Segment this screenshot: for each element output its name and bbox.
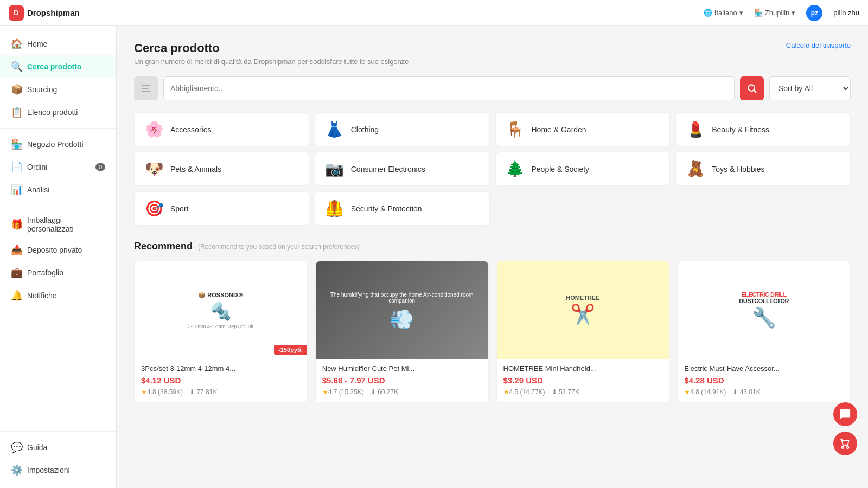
product-price-4: $4.28 USD: [684, 376, 844, 385]
pets-animals-label: Pets & Animals: [170, 165, 221, 174]
product-image-2: The humidifying that occupy the home Air…: [316, 261, 488, 359]
sidebar-item-negozio[interactable]: 🏪 Negozio Prodotti: [0, 133, 116, 156]
cart-icon: [839, 438, 851, 450]
product-image-1: 📦 ROSSONIX® 🔩 3-12mm 4-12mm Step Drill B…: [135, 261, 307, 359]
category-sport[interactable]: 🎯 Sport: [134, 191, 309, 226]
product-grid: 📦 ROSSONIX® 🔩 3-12mm 4-12mm Step Drill B…: [134, 261, 851, 403]
main-content: Cerca prodotto Un gran numero di merci d…: [117, 26, 868, 488]
globe-icon: 🌐: [704, 9, 712, 17]
sidebar-item-notifiche[interactable]: 🔔 Notifiche: [0, 284, 116, 307]
product-image-3: HOMETREE ✂️: [497, 261, 669, 359]
recommend-title: Recommend: [134, 241, 193, 252]
product-meta-1: ★4.8 (38.59K) ⬇ 77.81K: [141, 388, 301, 396]
store-chevron-icon: ▾: [792, 9, 795, 17]
search-input[interactable]: [170, 84, 727, 93]
bell-icon: 🔔: [11, 290, 22, 301]
consumer-electronics-label: Consumer Electronics: [351, 165, 425, 174]
svg-line-4: [754, 91, 756, 93]
search-row: Sort by All Sort by Price Sort by Rating: [134, 76, 851, 100]
analytics-icon: 📊: [11, 184, 22, 196]
category-home-garden[interactable]: 🪑 Home & Garden: [495, 112, 671, 146]
sidebar-item-sourcing[interactable]: 📦 Sourcing: [0, 78, 116, 101]
sidebar-item-guida[interactable]: 💬 Guida: [0, 436, 116, 459]
orders-icon: 📄: [11, 161, 22, 173]
search-icon-box: [134, 76, 158, 100]
language-label: Italiano: [714, 9, 737, 17]
product-price-1: $4.12 USD: [141, 376, 301, 385]
recommend-header: Recommend (Recommend to you based on you…: [134, 241, 851, 252]
list-icon: 📋: [11, 106, 22, 118]
people-society-label: People & Society: [532, 165, 590, 174]
svg-rect-0: [142, 85, 151, 86]
product-card-1[interactable]: 📦 ROSSONIX® 🔩 3-12mm 4-12mm Step Drill B…: [134, 261, 308, 403]
product-badge-1: -150руб.: [274, 345, 307, 355]
svg-rect-2: [142, 91, 151, 92]
toys-hobbies-label: Toys & Hobbies: [712, 165, 764, 174]
sidebar-item-portafoglio[interactable]: 💼 Portafoglio: [0, 261, 116, 284]
product-price-2: $5.68 - 7.97 USD: [322, 376, 482, 385]
topbar: D Dropshipman 🌐 Italiano ▾ 🏪 Zhupilin ▾ …: [0, 0, 868, 26]
category-security-protection[interactable]: 🦺 Security & Protection: [315, 191, 490, 226]
product-meta-4: ★4.8 (14.91K) ⬇ 43.01K: [684, 388, 844, 396]
product-rating-4: ★4.8 (14.91K): [684, 388, 726, 396]
sidebar: 🏠 Home 🔍 Cerca prodotto 📦 Sourcing 📋 Ele…: [0, 26, 117, 488]
sort-select[interactable]: Sort by All Sort by Price Sort by Rating: [769, 76, 851, 100]
username[interactable]: pilin zhu: [833, 9, 859, 17]
category-consumer-electronics[interactable]: 📷 Consumer Electronics: [315, 152, 490, 186]
store-icon: 🏪: [754, 9, 763, 17]
product-rating-2: ★4.7 (15.25K): [322, 388, 364, 396]
store-selector[interactable]: 🏪 Zhupilin ▾: [754, 9, 796, 17]
sidebar-item-label: Portafoglio: [27, 268, 63, 277]
search-button[interactable]: [740, 76, 764, 100]
beauty-fitness-icon: 💄: [686, 120, 705, 138]
avatar-initials: pz: [811, 9, 818, 17]
avatar[interactable]: pz: [806, 5, 822, 21]
product-info-4: Electric Must-Have Accessor... $4.28 USD…: [678, 359, 850, 402]
sidebar-item-deposito[interactable]: 📥 Deposito privato: [0, 239, 116, 261]
category-toys-hobbies[interactable]: 🧸 Toys & Hobbies: [675, 152, 851, 186]
page-header-left: Cerca prodotto Un gran numero di merci d…: [134, 41, 409, 66]
home-garden-label: Home & Garden: [532, 125, 586, 134]
product-card-4[interactable]: ELECTRIC DRILL DUSTCOLLECTOR 🔧 Electric …: [677, 261, 851, 403]
category-clothing[interactable]: 👗 Clothing: [315, 112, 490, 146]
sidebar-item-ordini[interactable]: 📄 Ordini 0: [0, 156, 116, 178]
sidebar-item-label: Guida: [27, 443, 47, 452]
sidebar-item-home[interactable]: 🏠 Home: [0, 33, 116, 55]
beauty-fitness-label: Beauty & Fitness: [712, 125, 769, 134]
sidebar-item-label: Ordini: [27, 163, 47, 171]
product-card-3[interactable]: HOMETREE ✂️ HOMETREE Mini Handheld... $3…: [496, 261, 670, 403]
sidebar-item-label: Sourcing: [27, 85, 57, 94]
product-downloads-1: ⬇ 77.81K: [189, 388, 217, 396]
chat-fab-button[interactable]: [833, 402, 857, 426]
security-protection-icon: 🦺: [325, 200, 344, 217]
sidebar-item-elenco[interactable]: 📋 Elenco prodotti: [0, 101, 116, 124]
search-container: [163, 76, 735, 100]
sidebar-item-cerca[interactable]: 🔍 Cerca prodotto: [0, 55, 116, 78]
category-beauty-fitness[interactable]: 💄 Beauty & Fitness: [675, 112, 851, 146]
people-society-icon: 🌲: [506, 160, 525, 178]
product-card-2[interactable]: The humidifying that occupy the home Air…: [315, 261, 489, 403]
logo[interactable]: D Dropshipman: [9, 5, 80, 21]
category-accessories[interactable]: 🌸 Accessories: [134, 112, 309, 146]
sidebar-item-analisi[interactable]: 📊 Analisi: [0, 178, 116, 201]
language-selector[interactable]: 🌐 Italiano ▾: [704, 9, 743, 17]
calcolo-link[interactable]: Calcolo del trasporto: [786, 41, 851, 49]
product-downloads-2: ⬇ 60.27K: [371, 388, 398, 396]
sidebar-item-imballaggi[interactable]: 🎁 Imballaggi personalizzati: [0, 210, 116, 239]
consumer-electronics-icon: 📷: [325, 160, 344, 178]
category-pets-animals[interactable]: 🐶 Pets & Animals: [134, 152, 309, 186]
cart-fab-button[interactable]: [833, 432, 857, 455]
product-info-1: 3Pcs/set 3-12mm 4-12mm 4... $4.12 USD ★4…: [135, 359, 307, 402]
accessories-icon: 🌸: [144, 120, 164, 138]
home-icon: 🏠: [11, 38, 22, 50]
accessories-label: Accessories: [170, 125, 211, 134]
category-people-society[interactable]: 🌲 People & Society: [495, 152, 671, 186]
ordini-badge: 0: [95, 163, 105, 171]
sidebar-divider-2: [0, 206, 116, 206]
product-info-3: HOMETREE Mini Handheld... $3.29 USD ★4.5…: [497, 359, 669, 402]
deposit-icon: 📥: [11, 244, 22, 256]
sidebar-item-impostazioni[interactable]: ⚙️ Impostazioni: [0, 459, 116, 481]
sidebar-divider-3: [0, 431, 116, 432]
page-title: Cerca prodotto: [134, 41, 409, 55]
sidebar-item-label: Deposito privato: [27, 246, 82, 254]
